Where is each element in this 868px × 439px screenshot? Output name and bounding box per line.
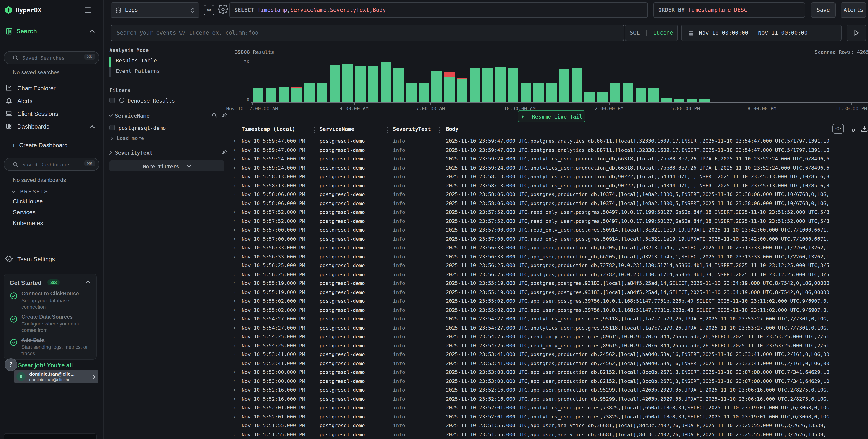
expand-chevron-icon[interactable]: ›	[234, 412, 236, 421]
chart-bar[interactable]	[495, 67, 505, 102]
table-row[interactable]: ›Nov 10 5:59:24.000 PMpostgresql-demoinf…	[230, 155, 868, 163]
chart-bar[interactable]	[330, 65, 340, 102]
column-header-body[interactable]: Body	[446, 126, 458, 132]
chart-bar[interactable]	[393, 68, 404, 102]
help-button[interactable]: ?	[5, 358, 17, 371]
table-row[interactable]: ›Nov 10 5:52:16.000 PMpostgresql-demoinf…	[230, 395, 868, 403]
table-row[interactable]: ›Nov 10 5:54:25.000 PMpostgresql-demoinf…	[230, 332, 868, 341]
chart-bar[interactable]	[304, 83, 315, 102]
denoise-filter-row[interactable]: Denoise Results	[104, 97, 230, 106]
expand-chevron-icon[interactable]: ›	[234, 386, 236, 395]
save-button[interactable]: Save	[811, 2, 836, 18]
lucene-mode-label[interactable]: Lucene	[653, 30, 673, 36]
expand-chevron-icon[interactable]: ›	[234, 155, 236, 163]
chart-bar-error[interactable]	[291, 87, 302, 88]
load-more-button[interactable]: Load more	[104, 135, 230, 143]
table-row[interactable]: ›Nov 10 5:55:19.000 PMpostgresql-demoinf…	[230, 288, 868, 297]
service-checkbox[interactable]	[110, 125, 115, 130]
chart-bar[interactable]	[380, 61, 391, 102]
expand-chevron-icon[interactable]: ›	[234, 315, 236, 323]
expand-chevron-icon[interactable]: ›	[234, 306, 236, 315]
table-row[interactable]: ›Nov 10 5:53:00.000 PMpostgresql-demoinf…	[230, 368, 868, 377]
table-row[interactable]: ›Nov 10 5:59:47.000 PMpostgresql-demoinf…	[230, 137, 868, 146]
expand-chevron-icon[interactable]: ›	[234, 244, 236, 252]
chart-bar[interactable]	[661, 98, 671, 102]
chart-bar[interactable]	[521, 83, 531, 102]
table-row[interactable]: ›Nov 10 5:56:33.000 PMpostgresql-demoinf…	[230, 244, 868, 252]
chart-bar[interactable]	[559, 69, 569, 102]
chart-bar[interactable]	[279, 87, 289, 102]
search-input[interactable]: Search your events w/ Lucene ex. column:…	[111, 25, 624, 41]
expand-chevron-icon[interactable]: ›	[234, 323, 236, 332]
table-row[interactable]: ›Nov 10 5:58:13.000 PMpostgresql-demoinf…	[230, 172, 868, 181]
expand-chevron-icon[interactable]: ›	[234, 226, 236, 234]
chart-bar[interactable]	[266, 88, 276, 102]
query-language-toggle[interactable]: SQL | Lucene	[625, 25, 678, 41]
expand-chevron-icon[interactable]: ›	[234, 279, 236, 288]
chart-bar[interactable]	[584, 91, 595, 102]
table-row[interactable]: ›Nov 10 5:51:55.000 PMpostgresql-demoinf…	[230, 430, 868, 439]
sidebar-item-dashboards[interactable]: Dashboards	[0, 121, 104, 132]
expand-chevron-icon[interactable]: ›	[234, 430, 236, 439]
table-row[interactable]: ›Nov 10 5:59:24.000 PMpostgresql-demoinf…	[230, 163, 868, 172]
table-row[interactable]: ›Nov 10 5:55:02.000 PMpostgresql-demoinf…	[230, 306, 868, 315]
get-started-step[interactable]: Connect to ClickHouse Set up your databa…	[9, 291, 91, 310]
chart-bar[interactable]	[674, 99, 684, 102]
source-select[interactable]: Logs	[111, 2, 199, 18]
download-icon[interactable]	[860, 124, 868, 133]
expand-chevron-icon[interactable]: ›	[234, 181, 236, 190]
table-row[interactable]: ›Nov 10 5:58:06.000 PMpostgresql-demoinf…	[230, 199, 868, 208]
servicename-filter-group[interactable]: ServiceName	[104, 112, 230, 121]
chart-bar[interactable]	[457, 79, 467, 102]
chart-bar[interactable]	[636, 88, 646, 102]
table-row[interactable]: ›Nov 10 5:53:00.000 PMpostgresql-demoinf…	[230, 377, 868, 386]
chart-bar[interactable]	[253, 88, 264, 102]
preset-item-clickhouse[interactable]: ClickHouse	[13, 198, 43, 205]
chart-bar[interactable]	[483, 68, 493, 102]
table-row[interactable]: ›Nov 10 5:57:52.000 PMpostgresql-demoinf…	[230, 208, 868, 217]
table-row[interactable]: ›Nov 10 5:59:47.000 PMpostgresql-demoinf…	[230, 146, 868, 155]
gear-icon[interactable]	[218, 5, 228, 14]
chart-bar-error[interactable]	[444, 72, 455, 77]
chart-bar[interactable]	[572, 68, 582, 102]
sql-mode-label[interactable]: SQL	[630, 30, 640, 36]
column-resize-handle[interactable]	[314, 127, 315, 133]
expand-chevron-icon[interactable]: ›	[234, 377, 236, 386]
run-query-button[interactable]	[846, 25, 866, 41]
chart-bar[interactable]	[406, 84, 416, 102]
wrap-text-icon[interactable]	[848, 124, 856, 133]
table-row[interactable]: ›Nov 10 5:56:25.000 PMpostgresql-demoinf…	[230, 270, 868, 279]
date-range-picker[interactable]: Nov 10 00:00:00 - Nov 11 00:00:00	[681, 25, 842, 41]
order-by-input[interactable]: ORDER BY TimestampTime DESC	[653, 2, 805, 18]
saved-dashboards-input[interactable]: Saved Dashboards ⌘K	[4, 158, 99, 171]
chart-bar[interactable]	[533, 83, 544, 102]
chart-bar[interactable]	[508, 68, 518, 102]
chart-bar-error[interactable]	[559, 69, 569, 69]
table-row[interactable]: ›Nov 10 5:54:25.000 PMpostgresql-demoinf…	[230, 341, 868, 350]
chart-bar[interactable]	[686, 99, 697, 102]
collapse-sidebar-icon[interactable]	[84, 6, 92, 14]
column-header-timestamp[interactable]: Timestamp (Local)	[242, 126, 295, 132]
expand-chevron-icon[interactable]: ›	[234, 359, 236, 368]
chevron-up-icon[interactable]	[89, 30, 95, 33]
service-value-row[interactable]: postgresql-demo	[104, 124, 230, 133]
mode-event-patterns[interactable]: Event Patterns	[116, 68, 160, 74]
table-row[interactable]: ›Nov 10 5:58:13.000 PMpostgresql-demoinf…	[230, 181, 868, 190]
chart-bar[interactable]	[444, 77, 455, 102]
expand-chevron-icon[interactable]: ›	[234, 234, 236, 244]
presets-group-header[interactable]: PRESETS	[0, 188, 104, 197]
chart-bar-error[interactable]	[406, 83, 416, 84]
chart-bar[interactable]	[470, 69, 480, 102]
expand-chevron-icon[interactable]: ›	[234, 190, 236, 199]
expand-chevron-icon[interactable]: ›	[234, 199, 236, 208]
column-header-severitytext[interactable]: SeverityText	[393, 126, 431, 132]
chart-bar-error[interactable]	[457, 78, 467, 79]
sidebar-item-client-sessions[interactable]: Client Sessions	[0, 108, 104, 120]
sidebar-item-search[interactable]: Search	[0, 26, 104, 39]
expand-chevron-icon[interactable]: ›	[234, 368, 236, 377]
expand-chevron-icon[interactable]: ›	[234, 261, 236, 270]
chart-bar[interactable]	[699, 99, 710, 102]
column-resize-handle[interactable]	[387, 127, 388, 133]
expand-chevron-icon[interactable]: ›	[234, 288, 236, 297]
table-row[interactable]: ›Nov 10 5:57:00.000 PMpostgresql-demoinf…	[230, 226, 868, 234]
